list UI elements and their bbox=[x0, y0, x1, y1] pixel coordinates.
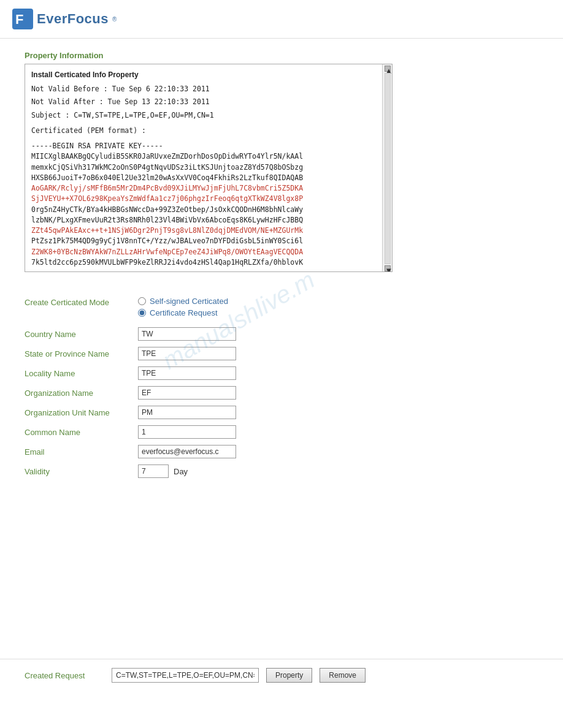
cert-key-2: memxkCjQSiVh317WkMC2oOnS0P4gtNqvUDSz3iLt… bbox=[31, 162, 386, 173]
logo-container: F EverFocus® bbox=[12, 9, 117, 29]
locality-name-label: Locality Name bbox=[25, 369, 138, 378]
cert-info-box[interactable]: Install Certicated Info Property Not Val… bbox=[25, 64, 393, 272]
cert-key-6: 0rg5nZ4HyCTk/BYa4kHBBGsNWccDa+99Z3ZeOtbe… bbox=[31, 205, 386, 215]
cert-info-content[interactable]: Install Certicated Info Property Not Val… bbox=[25, 64, 392, 271]
mode-option-self-signed[interactable]: Self-signed Certicated bbox=[138, 297, 228, 306]
cert-key-3: HXSB66JuoiT+7oB6x040El2Ue32lm20wAsXxVV0C… bbox=[31, 173, 386, 183]
cert-line-2: Not Valid After : Tue Sep 13 22:10:33 20… bbox=[31, 97, 386, 107]
org-unit-row: Organization Unit Name bbox=[25, 406, 393, 419]
scroll-down-arrow[interactable]: ▼ bbox=[385, 265, 391, 271]
scroll-up-arrow[interactable]: ▲ bbox=[385, 66, 391, 72]
logo-text: EverFocus bbox=[37, 11, 109, 27]
cert-line-1: Not Valid Before : Tue Sep 6 22:10:33 20… bbox=[31, 84, 386, 94]
svg-text:F: F bbox=[15, 12, 23, 27]
validity-unit: Day bbox=[174, 467, 188, 476]
cert-key-10: Z2WK8+0YBcNzBWYAkW7nZLLzAHrVwfeNpCEp7eeZ… bbox=[31, 247, 386, 257]
cert-key-1: MIICXglBAAKBgQCyludiB5SKR0JaRUvxeZmZDorh… bbox=[31, 151, 386, 162]
header: F EverFocus® bbox=[0, 0, 563, 39]
common-name-input[interactable] bbox=[138, 425, 236, 439]
scroll-thumb[interactable] bbox=[385, 73, 391, 264]
property-information-section: Property Information Install Certicated … bbox=[25, 51, 538, 272]
cert-key-7: lzbNK/PLxgXFmevUuR2t3Rs8NRh0l23Vl4BWiVbV… bbox=[31, 215, 386, 226]
email-input[interactable] bbox=[138, 445, 236, 458]
country-name-input[interactable] bbox=[138, 327, 236, 341]
state-name-input[interactable] bbox=[138, 347, 236, 360]
create-certicated-section: Create Certicated Mode Self-signed Certi… bbox=[25, 297, 393, 478]
mode-radio-self-signed[interactable] bbox=[138, 297, 146, 305]
country-name-row: Country Name bbox=[25, 327, 393, 341]
org-unit-label: Organization Unit Name bbox=[25, 408, 138, 417]
state-name-label: State or Province Name bbox=[25, 349, 138, 358]
cert-line-4: Certificated (PEM format) : bbox=[31, 126, 386, 136]
cert-key-11: 7k5ltd2cc6pz590kMVULbWFP9keZlRRJ2i4vdo4z… bbox=[31, 257, 386, 268]
mode-options: Self-signed Certicated Certificate Reque… bbox=[138, 297, 228, 317]
mode-option-cert-request[interactable]: Certificate Request bbox=[138, 308, 228, 317]
email-row: Email bbox=[25, 445, 393, 458]
country-name-label: Country Name bbox=[25, 330, 138, 339]
org-unit-input[interactable] bbox=[138, 406, 236, 419]
cert-key-start: -----BEGIN RSA PRIVATE KEY----- bbox=[31, 141, 386, 151]
property-button[interactable]: Property bbox=[266, 668, 312, 683]
cert-line-3: Subject : C=TW,ST=TPE,L=TPE,O=EF,OU=PM,C… bbox=[31, 110, 386, 121]
created-request-input[interactable] bbox=[112, 668, 259, 683]
locality-name-input[interactable] bbox=[138, 366, 236, 380]
property-info-title: Property Information bbox=[25, 51, 538, 60]
org-name-row: Organization Name bbox=[25, 386, 393, 400]
remove-button[interactable]: Remove bbox=[320, 668, 366, 683]
mode-radio-cert-request[interactable] bbox=[138, 309, 146, 317]
validity-row: Validity Day bbox=[25, 464, 393, 478]
common-name-row: Common Name bbox=[25, 425, 393, 439]
logo-reg: ® bbox=[112, 16, 117, 23]
mode-label: Create Certicated Mode bbox=[25, 297, 138, 307]
org-name-label: Organization Name bbox=[25, 389, 138, 398]
everfocus-logo-icon: F bbox=[12, 9, 33, 29]
bottom-bar: Created Request Property Remove bbox=[0, 659, 563, 691]
created-request-label: Created Request bbox=[25, 671, 104, 680]
locality-name-row: Locality Name bbox=[25, 366, 393, 380]
mode-self-signed-label: Self-signed Certicated bbox=[150, 297, 228, 306]
cert-title-line: Install Certicated Info Property bbox=[31, 69, 386, 80]
org-name-input[interactable] bbox=[138, 386, 236, 400]
mode-cert-request-label: Certificate Request bbox=[150, 308, 218, 317]
cert-key-5: SjJVEYU++X7OL6z98KpeaYsZmWdfAa1cz7j06phg… bbox=[31, 194, 386, 204]
common-name-label: Common Name bbox=[25, 428, 138, 437]
main-content: Property Information Install Certicated … bbox=[0, 39, 563, 496]
email-label: Email bbox=[25, 447, 138, 457]
mode-row: Create Certicated Mode Self-signed Certi… bbox=[25, 297, 393, 317]
validity-input[interactable] bbox=[138, 464, 169, 478]
state-name-row: State or Province Name bbox=[25, 347, 393, 360]
cert-key-4: AoGARK/Rclyj/sMFfB6m5Mr2Dm4PcBvd09XJiLMY… bbox=[31, 183, 386, 194]
validity-label: Validity bbox=[25, 467, 138, 476]
cert-key-9: PtZsz1Pk75M4QD9g9yCj1V8nnTC+/Yzz/wJBALve… bbox=[31, 236, 386, 246]
scrollbar[interactable]: ▲ ▼ bbox=[382, 64, 392, 271]
cert-key-8: ZZt45qwPAkEAxc++t+1NSjW6Dgr2PnjT9sg8vL8N… bbox=[31, 226, 386, 236]
